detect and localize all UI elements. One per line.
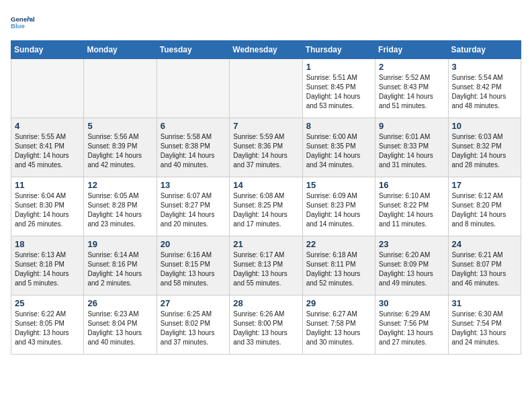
day-number: 27 [161,298,226,308]
cell-sun-info: Sunrise: 5:56 AM Sunset: 8:39 PM Dayligh… [87,132,152,170]
cell-sun-info: Sunrise: 6:26 AM Sunset: 8:00 PM Dayligh… [233,310,298,347]
calendar-cell: 3Sunrise: 5:54 AM Sunset: 8:42 PM Daylig… [448,59,521,118]
calendar-cell: 19Sunrise: 6:14 AM Sunset: 8:16 PM Dayli… [84,236,157,295]
calendar-cell: 22Sunrise: 6:18 AM Sunset: 8:11 PM Dayli… [302,236,375,295]
calendar-cell: 24Sunrise: 6:21 AM Sunset: 8:07 PM Dayli… [448,236,521,295]
day-number: 10 [452,121,517,131]
calendar-cell [11,59,84,118]
calendar-cell: 15Sunrise: 6:09 AM Sunset: 8:23 PM Dayli… [302,177,375,236]
calendar-cell: 11Sunrise: 6:04 AM Sunset: 8:30 PM Dayli… [11,177,84,236]
day-number: 15 [306,180,371,190]
day-number: 21 [233,239,298,249]
day-number: 29 [306,298,371,308]
day-number: 4 [15,121,80,131]
day-number: 25 [15,298,80,308]
calendar-cell: 20Sunrise: 6:16 AM Sunset: 8:15 PM Dayli… [157,236,229,295]
page-header: GeneralBlue [11,11,521,35]
cell-sun-info: Sunrise: 6:08 AM Sunset: 8:25 PM Dayligh… [233,191,298,229]
day-number: 6 [161,121,226,131]
day-number: 1 [306,62,371,72]
calendar-cell: 6Sunrise: 5:58 AM Sunset: 8:38 PM Daylig… [157,118,229,177]
calendar-cell: 9Sunrise: 6:01 AM Sunset: 8:33 PM Daylig… [375,118,448,177]
day-header-tuesday: Tuesday [157,41,229,59]
calendar-week-row: 18Sunrise: 6:13 AM Sunset: 8:18 PM Dayli… [11,236,521,295]
day-number: 11 [15,180,80,190]
calendar-table: SundayMondayTuesdayWednesdayThursdayFrid… [11,40,521,355]
calendar-cell: 18Sunrise: 6:13 AM Sunset: 8:18 PM Dayli… [11,236,84,295]
cell-sun-info: Sunrise: 6:07 AM Sunset: 8:27 PM Dayligh… [161,191,226,229]
logo-icon: GeneralBlue [11,11,35,35]
day-header-wednesday: Wednesday [230,41,302,59]
cell-sun-info: Sunrise: 5:55 AM Sunset: 8:41 PM Dayligh… [15,132,80,170]
day-header-sunday: Sunday [11,41,84,59]
svg-text:General: General [11,15,35,23]
day-number: 17 [452,180,517,190]
day-number: 13 [161,180,226,190]
calendar-cell: 12Sunrise: 6:05 AM Sunset: 8:28 PM Dayli… [84,177,157,236]
cell-sun-info: Sunrise: 6:13 AM Sunset: 8:18 PM Dayligh… [15,250,80,288]
calendar-cell: 2Sunrise: 5:52 AM Sunset: 8:43 PM Daylig… [375,59,448,118]
calendar-cell: 4Sunrise: 5:55 AM Sunset: 8:41 PM Daylig… [11,118,84,177]
calendar-cell: 10Sunrise: 6:03 AM Sunset: 8:32 PM Dayli… [448,118,521,177]
cell-sun-info: Sunrise: 6:23 AM Sunset: 8:04 PM Dayligh… [87,310,152,347]
day-header-thursday: Thursday [302,41,375,59]
calendar-cell: 8Sunrise: 6:00 AM Sunset: 8:35 PM Daylig… [302,118,375,177]
day-number: 18 [15,239,80,249]
calendar-cell [84,59,157,118]
calendar-cell: 23Sunrise: 6:20 AM Sunset: 8:09 PM Dayli… [375,236,448,295]
calendar-cell: 25Sunrise: 6:22 AM Sunset: 8:05 PM Dayli… [11,295,84,355]
cell-sun-info: Sunrise: 5:51 AM Sunset: 8:45 PM Dayligh… [306,73,371,111]
calendar-cell: 30Sunrise: 6:29 AM Sunset: 7:56 PM Dayli… [375,295,448,355]
cell-sun-info: Sunrise: 6:10 AM Sunset: 8:22 PM Dayligh… [379,191,444,229]
cell-sun-info: Sunrise: 6:20 AM Sunset: 8:09 PM Dayligh… [379,250,444,288]
calendar-header-row: SundayMondayTuesdayWednesdayThursdayFrid… [11,41,521,59]
day-number: 19 [87,239,152,249]
day-header-saturday: Saturday [448,41,521,59]
calendar-cell: 5Sunrise: 5:56 AM Sunset: 8:39 PM Daylig… [84,118,157,177]
cell-sun-info: Sunrise: 6:18 AM Sunset: 8:11 PM Dayligh… [306,250,371,288]
day-number: 9 [379,121,444,131]
day-number: 2 [379,62,444,72]
day-number: 26 [87,298,152,308]
day-number: 8 [306,121,371,131]
cell-sun-info: Sunrise: 6:16 AM Sunset: 8:15 PM Dayligh… [161,250,226,288]
calendar-week-row: 1Sunrise: 5:51 AM Sunset: 8:45 PM Daylig… [11,59,521,118]
day-number: 23 [379,239,444,249]
calendar-cell: 26Sunrise: 6:23 AM Sunset: 8:04 PM Dayli… [84,295,157,355]
calendar-cell: 1Sunrise: 5:51 AM Sunset: 8:45 PM Daylig… [302,59,375,118]
cell-sun-info: Sunrise: 6:00 AM Sunset: 8:35 PM Dayligh… [306,132,371,170]
cell-sun-info: Sunrise: 6:01 AM Sunset: 8:33 PM Dayligh… [379,132,444,170]
day-number: 7 [233,121,298,131]
cell-sun-info: Sunrise: 6:14 AM Sunset: 8:16 PM Dayligh… [87,250,152,288]
calendar-cell: 16Sunrise: 6:10 AM Sunset: 8:22 PM Dayli… [375,177,448,236]
day-number: 12 [87,180,152,190]
calendar-cell: 21Sunrise: 6:17 AM Sunset: 8:13 PM Dayli… [230,236,302,295]
calendar-cell: 28Sunrise: 6:26 AM Sunset: 8:00 PM Dayli… [230,295,302,355]
day-number: 14 [233,180,298,190]
cell-sun-info: Sunrise: 5:52 AM Sunset: 8:43 PM Dayligh… [379,73,444,111]
cell-sun-info: Sunrise: 5:58 AM Sunset: 8:38 PM Dayligh… [161,132,226,170]
day-header-friday: Friday [375,41,448,59]
cell-sun-info: Sunrise: 6:30 AM Sunset: 7:54 PM Dayligh… [452,310,517,347]
day-number: 22 [306,239,371,249]
cell-sun-info: Sunrise: 6:04 AM Sunset: 8:30 PM Dayligh… [15,191,80,229]
cell-sun-info: Sunrise: 6:22 AM Sunset: 8:05 PM Dayligh… [15,310,80,347]
logo: GeneralBlue [11,11,35,35]
day-number: 20 [161,239,226,249]
calendar-cell: 31Sunrise: 6:30 AM Sunset: 7:54 PM Dayli… [448,295,521,355]
cell-sun-info: Sunrise: 6:05 AM Sunset: 8:28 PM Dayligh… [87,191,152,229]
cell-sun-info: Sunrise: 6:25 AM Sunset: 8:02 PM Dayligh… [161,310,226,347]
cell-sun-info: Sunrise: 6:03 AM Sunset: 8:32 PM Dayligh… [452,132,517,170]
day-number: 5 [87,121,152,131]
calendar-cell: 14Sunrise: 6:08 AM Sunset: 8:25 PM Dayli… [230,177,302,236]
calendar-cell [230,59,302,118]
calendar-cell [157,59,229,118]
calendar-week-row: 4Sunrise: 5:55 AM Sunset: 8:41 PM Daylig… [11,118,521,177]
calendar-week-row: 25Sunrise: 6:22 AM Sunset: 8:05 PM Dayli… [11,295,521,355]
calendar-cell: 13Sunrise: 6:07 AM Sunset: 8:27 PM Dayli… [157,177,229,236]
day-number: 3 [452,62,517,72]
svg-text:Blue: Blue [11,22,25,30]
calendar-cell: 29Sunrise: 6:27 AM Sunset: 7:58 PM Dayli… [302,295,375,355]
cell-sun-info: Sunrise: 6:21 AM Sunset: 8:07 PM Dayligh… [452,250,517,288]
day-header-monday: Monday [84,41,157,59]
